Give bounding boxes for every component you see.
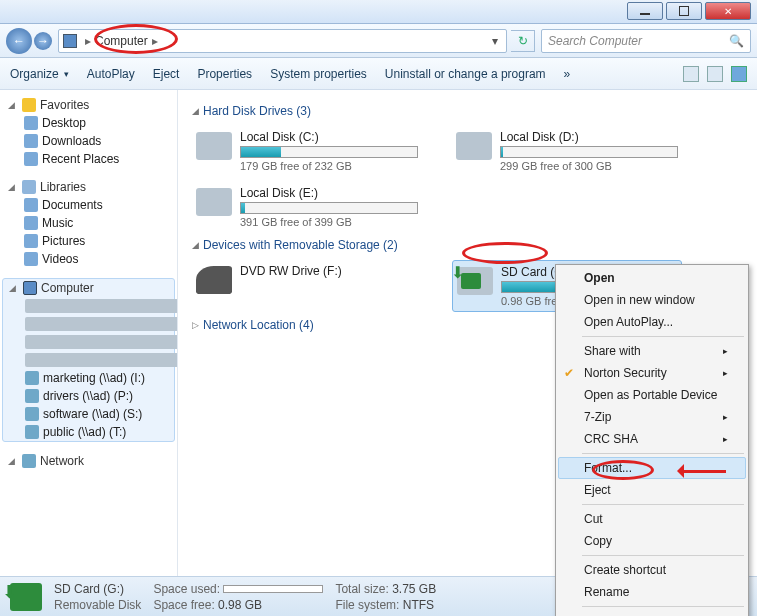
status-drive-name: SD Card (G:) xyxy=(54,582,141,596)
menu-separator xyxy=(582,504,744,505)
help-icon[interactable] xyxy=(731,66,747,82)
menu-item-create-shortcut[interactable]: Create shortcut xyxy=(558,559,746,581)
drive-free-text: 179 GB free of 232 GB xyxy=(240,160,418,172)
sidebar-item-network-drive[interactable]: drivers (\\ad) (P:) xyxy=(23,387,174,405)
status-usage-bar xyxy=(223,585,323,593)
section-hard-disk-drives[interactable]: ◢Hard Disk Drives (3) xyxy=(192,104,743,118)
menu-item-share-with[interactable]: Share with▸ xyxy=(558,340,746,362)
dvd-icon xyxy=(196,266,232,294)
submenu-arrow-icon: ▸ xyxy=(723,368,728,378)
sidebar-group-header[interactable]: ◢Network xyxy=(2,452,175,470)
chevron-right-icon[interactable]: ▸ xyxy=(148,34,162,48)
music-icon xyxy=(24,216,38,230)
toolbar-overflow[interactable]: » xyxy=(564,67,571,81)
menu-item-eject[interactable]: Eject xyxy=(558,479,746,501)
properties-button[interactable]: Properties xyxy=(197,67,252,81)
submenu-arrow-icon: ▸ xyxy=(723,346,728,356)
usage-bar xyxy=(240,202,418,214)
sidebar-item-sd-card[interactable]: SD Card (G:) xyxy=(23,351,174,369)
sidebar-item-pictures[interactable]: Pictures xyxy=(22,232,175,250)
forward-button[interactable]: → xyxy=(34,32,52,50)
hdd-icon xyxy=(456,132,492,160)
drive-local-d[interactable]: Local Disk (D:) 299 GB free of 300 GB xyxy=(452,126,682,176)
sidebar-item-local-disk-e[interactable]: Local Disk (E:) xyxy=(23,333,174,351)
menu-separator xyxy=(582,606,744,607)
menu-item-properties[interactable]: Properties xyxy=(558,610,746,616)
navigation-pane: ◢Favorites Desktop Downloads Recent Plac… xyxy=(0,90,178,576)
refresh-button[interactable]: ↻ xyxy=(511,30,535,52)
command-bar: Organize AutoPlay Eject Properties Syste… xyxy=(0,58,757,90)
drive-dvd[interactable]: DVD RW Drive (F:) xyxy=(192,260,422,312)
preview-pane-icon[interactable] xyxy=(707,66,723,82)
check-icon: ✔ xyxy=(564,366,574,380)
menu-item-rename[interactable]: Rename xyxy=(558,581,746,603)
sd-icon xyxy=(25,353,178,367)
submenu-arrow-icon: ▸ xyxy=(723,412,728,422)
sidebar-item-documents[interactable]: Documents xyxy=(22,196,175,214)
sidebar-group-header[interactable]: ◢Favorites xyxy=(2,96,175,114)
sd-card-icon xyxy=(10,583,42,611)
sidebar-item-desktop[interactable]: Desktop xyxy=(22,114,175,132)
menu-separator xyxy=(582,453,744,454)
menu-item-portable-device[interactable]: Open as Portable Device xyxy=(558,384,746,406)
menu-separator xyxy=(582,336,744,337)
sidebar-item-music[interactable]: Music xyxy=(22,214,175,232)
sidebar-item-downloads[interactable]: Downloads xyxy=(22,132,175,150)
autoplay-button[interactable]: AutoPlay xyxy=(87,67,135,81)
usage-bar xyxy=(240,146,418,158)
sidebar-item-local-disk-d[interactable]: Local Disk (D:) xyxy=(23,315,174,333)
view-options-icon[interactable] xyxy=(683,66,699,82)
menu-item-open-new-window[interactable]: Open in new window xyxy=(558,289,746,311)
sidebar-item-local-disk-c[interactable]: Local Disk (C:) xyxy=(23,297,174,315)
usage-bar xyxy=(500,146,678,158)
system-properties-button[interactable]: System properties xyxy=(270,67,367,81)
back-button[interactable]: ← xyxy=(6,28,32,54)
menu-item-cut[interactable]: Cut xyxy=(558,508,746,530)
drive-icon xyxy=(25,317,178,331)
search-input[interactable]: Search Computer 🔍 xyxy=(541,29,751,53)
sidebar-item-recent[interactable]: Recent Places xyxy=(22,150,175,168)
drive-label: DVD RW Drive (F:) xyxy=(240,264,418,278)
drive-local-e[interactable]: Local Disk (E:) 391 GB free of 399 GB xyxy=(192,182,422,232)
address-bar[interactable]: ▸ Computer ▸ ▾ xyxy=(58,29,507,53)
sidebar-favorites: ◢Favorites Desktop Downloads Recent Plac… xyxy=(2,96,175,168)
menu-item-open[interactable]: Open xyxy=(558,267,746,289)
uninstall-button[interactable]: Uninstall or change a program xyxy=(385,67,546,81)
drive-label: Local Disk (E:) xyxy=(240,186,418,200)
drive-label: Local Disk (C:) xyxy=(240,130,418,144)
sidebar-item-network-drive[interactable]: marketing (\\ad) (I:) xyxy=(23,369,174,387)
context-menu: Open Open in new window Open AutoPlay...… xyxy=(555,264,749,616)
address-dropdown-icon[interactable]: ▾ xyxy=(488,34,502,48)
drive-label: Local Disk (D:) xyxy=(500,130,678,144)
network-icon xyxy=(22,454,36,468)
network-drive-icon xyxy=(25,425,39,439)
sidebar-group-header[interactable]: ◢Computer xyxy=(3,279,174,297)
sidebar-group-header[interactable]: ◢Libraries xyxy=(2,178,175,196)
breadcrumb[interactable]: Computer xyxy=(95,34,148,48)
sidebar-item-network-drive[interactable]: public (\\ad) (T:) xyxy=(23,423,174,441)
eject-button[interactable]: Eject xyxy=(153,67,180,81)
menu-item-7zip[interactable]: 7-Zip▸ xyxy=(558,406,746,428)
menu-item-norton[interactable]: ✔Norton Security▸ xyxy=(558,362,746,384)
menu-item-copy[interactable]: Copy xyxy=(558,530,746,552)
close-button[interactable]: ✕ xyxy=(705,2,751,20)
section-removable-storage[interactable]: ◢Devices with Removable Storage (2) xyxy=(192,238,743,252)
menu-item-open-autoplay[interactable]: Open AutoPlay... xyxy=(558,311,746,333)
computer-icon xyxy=(23,281,37,295)
chevron-right-icon[interactable]: ▸ xyxy=(81,34,95,48)
drive-local-c[interactable]: Local Disk (C:) 179 GB free of 232 GB xyxy=(192,126,422,176)
drive-free-text: 299 GB free of 300 GB xyxy=(500,160,678,172)
drive-free-text: 391 GB free of 399 GB xyxy=(240,216,418,228)
sidebar-item-network-drive[interactable]: software (\\ad) (S:) xyxy=(23,405,174,423)
sidebar-computer: ◢Computer Local Disk (C:) Local Disk (D:… xyxy=(2,278,175,442)
hdd-icon xyxy=(196,188,232,216)
menu-item-crc-sha[interactable]: CRC SHA▸ xyxy=(558,428,746,450)
menu-separator xyxy=(582,555,744,556)
minimize-button[interactable] xyxy=(627,2,663,20)
organize-menu[interactable]: Organize xyxy=(10,67,69,81)
maximize-button[interactable] xyxy=(666,2,702,20)
sidebar-item-videos[interactable]: Videos xyxy=(22,250,175,268)
sidebar-libraries: ◢Libraries Documents Music Pictures Vide… xyxy=(2,178,175,268)
computer-icon xyxy=(63,34,77,48)
navigation-bar: ← → ▸ Computer ▸ ▾ ↻ Search Computer 🔍 xyxy=(0,24,757,58)
